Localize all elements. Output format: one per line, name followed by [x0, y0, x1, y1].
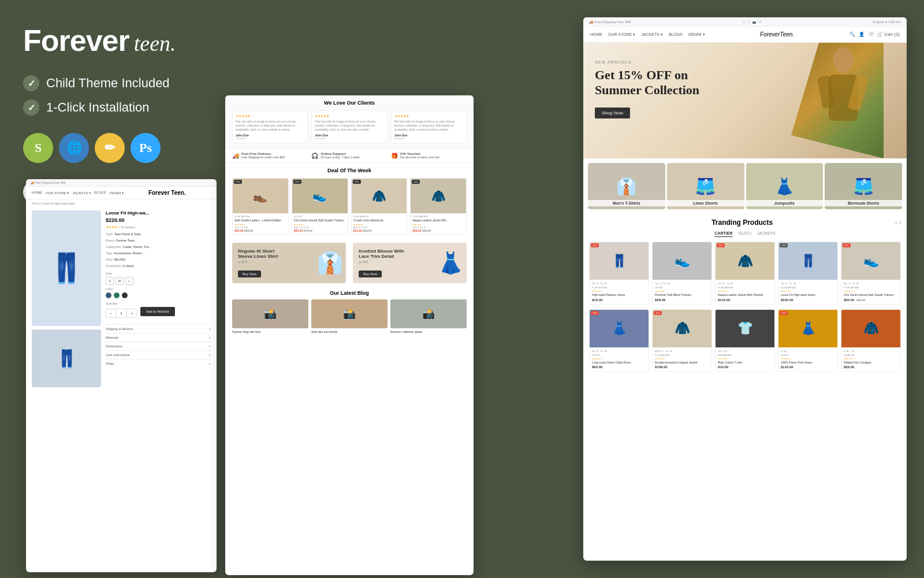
color-dark[interactable]	[122, 292, 128, 298]
deal-item-2: 👟 OUT OUTUP One Sand-colored Split Suede…	[292, 178, 348, 235]
blog-item-1: 📸 Fashion blog title here	[232, 299, 308, 334]
size-l[interactable]: L	[125, 277, 133, 285]
mp-deal-grid: 👞 20% FLUR-ARTIEN Split Suede Loafers - …	[232, 178, 467, 235]
blog-img-2: 📸	[311, 299, 388, 328]
deal-item-1: 👞 20% FLUR-ARTIEN Split Suede Loafers - …	[232, 178, 289, 235]
mp-delivery-bar: 🚚 Fast Free Delivery Free Shipping for o…	[225, 148, 474, 163]
deal-img-2: 👟 OUT	[292, 179, 348, 213]
social-instagram: 📷	[752, 20, 756, 24]
product-suede-trainers[interactable]: 👟 10% 8/9277%36 FLUR-ARTIEN ★★★★☆ One Sa…	[841, 242, 901, 305]
rp-hero-model	[791, 43, 895, 158]
deal-img-4: 🧥 10%	[411, 179, 466, 213]
next-arrow[interactable]: ›	[899, 220, 901, 226]
nav-home[interactable]: HOME	[590, 32, 602, 37]
accordion-care[interactable]: Care Instructions+	[106, 350, 211, 359]
size-s[interactable]: S	[106, 277, 114, 285]
nav-jackets[interactable]: JACKETS ▾	[641, 32, 662, 37]
nav-denim[interactable]: DENIM ▾	[688, 32, 705, 37]
nav-blogs[interactable]: BLOGS	[669, 32, 683, 37]
rp-social-icons: 𝕏 f 📷 P	[743, 20, 762, 24]
accordion-materials[interactable]: Materials+	[106, 333, 211, 342]
product-cotton-tshirt[interactable]: 👕 XSSML NORMALIAN ★★★★☆ Plain Cotton T-s…	[715, 309, 775, 372]
left-panel: Forever teen. Child Theme Included 1-Cli…	[23, 23, 225, 204]
search-icon[interactable]: 🔍	[850, 32, 855, 37]
cat-mens-tshirts[interactable]: 👔 Men's T-Shirts	[588, 163, 665, 209]
cat-label-tshirts: Men's T-Shirts	[588, 200, 665, 206]
rp-hero: NEW ARRIVALS Get 15% OFF onSummer Collec…	[583, 43, 907, 158]
middle-preview: We Love Our Clients ★★★★★ Pair text with…	[225, 95, 474, 575]
mp-testimonials: We Love Our Clients ★★★★★ Pair text with…	[225, 95, 474, 148]
testimonial-card-1: ★★★★★ Pair text with an image to focus o…	[232, 110, 308, 143]
mp-deal-section: Deal Of The Week 👞 20% FLUR-ARTIEN Split…	[225, 163, 474, 239]
feature-item-2: 1-Click Installation	[23, 99, 225, 116]
rp-nav: HOME OUR STORE ▾ JACKETS ▾ BLOGS DENIM ▾…	[583, 27, 907, 43]
accordion-dimensions[interactable]: Dimensions+	[106, 342, 211, 350]
lsp-sizes: S M L	[106, 277, 211, 285]
tab-gucci[interactable]: GUCCI	[739, 231, 752, 237]
tab-jackets[interactable]: JACKETS	[757, 231, 776, 237]
qty-increase[interactable]: +	[127, 309, 136, 317]
delivery-item-1: 🚚 Fast Free Delivery Free Shipping for o…	[232, 152, 308, 159]
rp-trending: Tranding Products ‹ › CARTIER GUCCI JACK…	[583, 214, 907, 376]
photoshop-icon: Ps	[131, 133, 161, 163]
accordion-shipping[interactable]: Shipping & Returns+	[106, 324, 211, 333]
globe-icon: 🌐	[59, 133, 89, 163]
product-denim-dress[interactable]: 👗 10% 9/8277%36 OUTUP ★★★★☆ Long Linen D…	[589, 309, 649, 372]
cat-linen-shorts[interactable]: 🩳 Linen Shorts	[667, 163, 744, 209]
cat-jumpsuits[interactable]: 👗 Jumpsuits	[746, 163, 824, 209]
lsp-nav: HOME OUR STORE ▾ JACKETS ▾ BLOGS DENIM ▾…	[26, 187, 217, 199]
edit-icon: ✏	[95, 133, 125, 163]
lsp-product-title: Loose Fit High-wa...	[106, 210, 211, 216]
mp-banner-blouse-btn[interactable]: Buy Now	[359, 271, 382, 277]
prev-arrow[interactable]: ‹	[895, 220, 897, 226]
svg-point-0	[833, 47, 854, 73]
feature-label-2: 1-Click Installation	[46, 100, 150, 115]
mp-banner-blouse: Knotted Blouse WithLace Trim Detail at $…	[353, 243, 467, 283]
accordion-share[interactable]: Share+	[106, 359, 211, 368]
product-img-6: 👗 10%	[590, 310, 649, 347]
product-black-trainers[interactable]: 👟 7/8277%36 OUTUP ★★★★☆ Premium Soft Bla…	[652, 242, 712, 305]
rp-language[interactable]: English ▾ USD $ ▾	[873, 20, 901, 24]
qty-decrease[interactable]: −	[106, 309, 116, 317]
rp-hero-btn[interactable]: Shop Now	[595, 108, 630, 118]
tab-cartier[interactable]: CARTIER	[714, 231, 732, 237]
deal-img-1: 👞 20%	[233, 179, 288, 213]
product-img-5: 👟 10%	[841, 242, 900, 280]
delivery-icon-1: 🚚	[232, 153, 239, 159]
account-icon[interactable]: 👤	[859, 32, 865, 37]
nav-store[interactable]: OUR STORE ▾	[608, 32, 635, 37]
mp-blog-section: Our Latest Blog 📸 Fashion blog title her…	[225, 287, 474, 337]
cart-icon[interactable]: 🛒 Cart (2)	[877, 32, 900, 37]
product-leather-jacket[interactable]: 🧥 10% 7/8277%36 FLUR-ARTIEN ★★★★☆ Nappa …	[715, 242, 775, 305]
rp-products-row1: 👖 10% 7/8277%36 FLUR-ARTIEN ★★★★☆ High-w…	[589, 242, 901, 305]
mp-banner-shirt-btn[interactable]: Buy Now	[238, 271, 261, 277]
wishlist-icon[interactable]: 🤍	[868, 32, 874, 37]
product-highwaist-jeans[interactable]: 👖 10% 7/8277%36 FLUR-ARTIEN ★★★★☆ Loose …	[778, 242, 838, 305]
lsp-product-price: $220.00	[106, 217, 211, 223]
feature-label-1: Child Theme Included	[46, 76, 170, 91]
lsp-quantity-section: − 1 + Add to Wishlist	[106, 307, 211, 320]
product-cropped-jacket[interactable]: 🧥 10% $158277%36 FLUR-ARTIEN ★★★★☆ Doubl…	[652, 309, 712, 372]
lsp-content: 👖 👖 Loose Fit High-wa... $220.00 ★★★★☆ (…	[26, 208, 217, 390]
product-flame-dress[interactable]: 👗 10% SML OUTUP ★★★★☆ 100% Flame Print D…	[778, 309, 838, 372]
rp-hero-title: Get 15% OFF onSummer Collection	[595, 68, 699, 98]
blog-item-3: 📸 Summer collection guide	[390, 299, 467, 334]
size-m[interactable]: M	[116, 277, 124, 285]
rp-trending-tabs: CARTIER GUCCI JACKETS	[589, 231, 901, 237]
shopify-icon: S	[23, 133, 53, 163]
product-palazzo-jeans[interactable]: 👖 10% 7/8277%36 FLUR-ARTIEN ★★★★☆ High-w…	[589, 242, 649, 305]
deal-img-3: 🧥 10%	[352, 179, 407, 213]
lsp-qty-control[interactable]: − 1 +	[106, 309, 137, 318]
color-green[interactable]	[114, 292, 120, 298]
rp-trending-title: Tranding Products	[589, 218, 895, 227]
platform-icons: S 🌐 ✏ Ps	[23, 133, 225, 163]
add-to-cart-button[interactable]: Add to Wishlist	[140, 307, 175, 316]
social-pinterest: P	[759, 20, 761, 24]
lsp-accordion: Shipping & Returns+ Materials+ Dimension…	[106, 324, 211, 368]
product-img-9: 👗 10%	[778, 310, 837, 347]
lsp-main-image: 👖	[32, 210, 101, 326]
product-knit-cardigan[interactable]: 🧥 SMLXL TOTALINK ★★★★☆ Ribbed Knit Cardi…	[841, 309, 901, 372]
color-blue[interactable]	[106, 292, 111, 298]
feature-item-1: Child Theme Included	[23, 75, 225, 91]
cat-bermuda-shorts[interactable]: 🩳 Bermuda Shorts	[825, 163, 902, 209]
